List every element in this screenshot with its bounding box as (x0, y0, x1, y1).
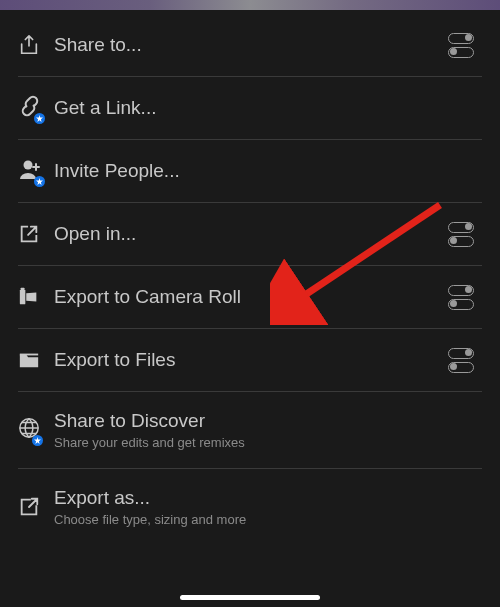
share-export-menu: Share to... Get a Link... (0, 10, 500, 545)
invite-people-label: Invite People... (54, 160, 478, 182)
get-link-row[interactable]: Get a Link... (0, 77, 500, 139)
globe-icon (18, 417, 54, 443)
svg-rect-3 (20, 354, 38, 356)
export-as-row[interactable]: Export as... Choose file type, sizing an… (0, 469, 500, 545)
share-icon (18, 34, 54, 56)
share-discover-label: Share to Discover (54, 410, 478, 432)
export-files-label: Export to Files (54, 349, 448, 371)
home-indicator[interactable] (180, 595, 320, 600)
open-in-icon (18, 223, 54, 245)
export-files-row[interactable]: Export to Files (0, 329, 500, 391)
share-discover-subtext: Share your edits and get remixes (54, 435, 478, 450)
open-in-options-icon[interactable] (448, 221, 478, 247)
files-options-icon[interactable] (448, 347, 478, 373)
export-camera-roll-label: Export to Camera Roll (54, 286, 448, 308)
share-to-options-icon[interactable] (448, 32, 478, 58)
camera-roll-options-icon[interactable] (448, 284, 478, 310)
svg-rect-2 (21, 288, 25, 291)
export-as-label: Export as... (54, 487, 478, 509)
share-to-label: Share to... (54, 34, 448, 56)
folder-icon (18, 351, 54, 369)
invite-people-icon (18, 158, 54, 184)
svg-rect-1 (20, 290, 26, 305)
export-as-subtext: Choose file type, sizing and more (54, 512, 478, 527)
get-link-label: Get a Link... (54, 97, 478, 119)
share-discover-row[interactable]: Share to Discover Share your edits and g… (0, 392, 500, 468)
open-in-label: Open in... (54, 223, 448, 245)
invite-people-row[interactable]: Invite People... (0, 140, 500, 202)
background-photo-strip (0, 0, 500, 10)
open-in-row[interactable]: Open in... (0, 203, 500, 265)
svg-point-0 (24, 161, 33, 170)
camera-roll-icon (18, 287, 54, 307)
link-icon (18, 95, 54, 121)
export-as-icon (18, 496, 54, 518)
export-camera-roll-row[interactable]: Export to Camera Roll (0, 266, 500, 328)
share-to-row[interactable]: Share to... (0, 14, 500, 76)
